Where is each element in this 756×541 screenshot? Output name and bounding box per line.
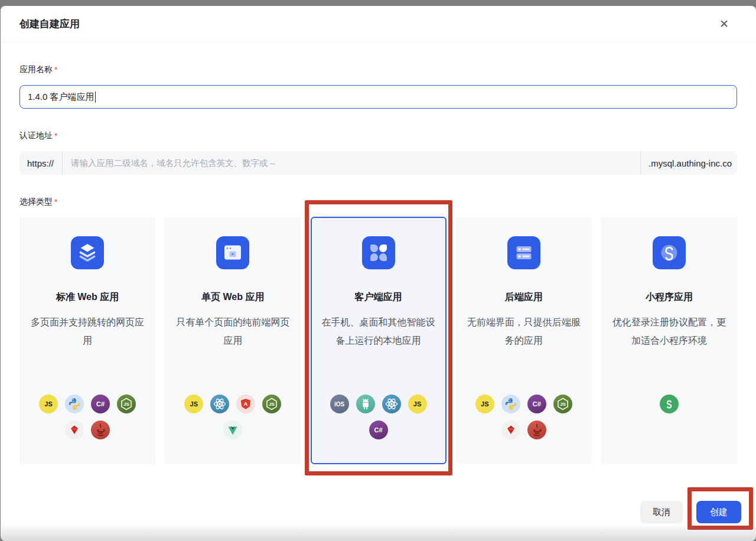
- cancel-button[interactable]: 取消: [640, 501, 683, 523]
- javascript-icon: JS: [408, 395, 427, 413]
- dialog-title: 创建自建应用: [19, 17, 80, 31]
- required-asterisk: *: [54, 65, 57, 74]
- wechat-miniprogram-icon: [660, 395, 679, 413]
- csharp-icon: C#: [91, 395, 110, 413]
- card-description: 多页面并支持跳转的网页应用: [27, 313, 148, 350]
- text-cursor: [95, 92, 96, 103]
- tech-icon-row: JS: [166, 395, 299, 439]
- java-icon: [91, 421, 110, 439]
- nodejs-icon: JS: [262, 395, 281, 413]
- card-title: 标准 Web 应用: [21, 291, 154, 304]
- svg-text:JS: JS: [560, 402, 566, 407]
- dialog-header: 创建自建应用 ✕: [1, 6, 756, 43]
- create-button[interactable]: 创建: [696, 501, 741, 523]
- tech-icon-row: [602, 395, 736, 413]
- create-button-wrap: 创建: [696, 501, 741, 523]
- close-icon[interactable]: ✕: [716, 16, 732, 32]
- url-protocol-prefix: https://: [19, 151, 62, 175]
- bottom-shadow: [1, 523, 756, 541]
- python-icon: [501, 395, 520, 413]
- card-description: 优化登录注册协议配置，更加适合小程序环境: [608, 313, 730, 350]
- auth-url-field: https:// .mysql.authing-inc.co: [19, 151, 737, 175]
- auth-url-label: 认证地址 *: [19, 131, 737, 141]
- app-type-card-spa-web[interactable]: 单页 Web 应用 只有单个页面的纯前端网页应用 JS: [165, 217, 301, 464]
- csharp-icon: C#: [527, 395, 546, 413]
- android-icon: [356, 395, 375, 413]
- app-type-card-standard-web[interactable]: 标准 Web 应用 多页面并支持跳转的网页应用 JS C# JS: [19, 217, 155, 464]
- auth-url-label-text: 认证地址: [19, 131, 53, 141]
- petal-shape: [379, 253, 387, 261]
- javascript-icon: JS: [475, 395, 494, 413]
- react-icon: [382, 395, 401, 413]
- svg-text:JS: JS: [123, 402, 129, 407]
- ruby-icon: [501, 421, 520, 439]
- csharp-icon: C#: [369, 421, 388, 439]
- app-name-input[interactable]: 1.4.0 客户端应用: [19, 85, 737, 109]
- layers-icon: [71, 236, 104, 269]
- server-icon: [507, 236, 540, 269]
- app-name-label: 应用名称 *: [19, 64, 737, 75]
- tech-icon-row: JS C# JS: [457, 395, 591, 439]
- card-description: 在手机、桌面和其他智能设备上运行的本地应用: [318, 313, 439, 350]
- angular-icon: A: [236, 395, 255, 413]
- app-name-label-text: 应用名称: [19, 64, 53, 75]
- java-icon: [527, 421, 546, 439]
- clover-icon: [362, 236, 395, 269]
- subdomain-input[interactable]: [63, 151, 640, 175]
- required-asterisk: *: [54, 197, 57, 207]
- url-domain-suffix: .mysql.authing-inc.co: [641, 151, 737, 175]
- app-type-label-text: 选择类型: [19, 197, 53, 207]
- card-description: 只有单个页面的纯前端网页应用: [172, 313, 294, 350]
- vue-icon: [223, 421, 242, 439]
- card-description: 无前端界面，只提供后端服务的应用: [463, 313, 585, 350]
- javascript-icon: JS: [184, 395, 203, 413]
- javascript-icon: JS: [39, 395, 58, 413]
- react-icon: [210, 395, 229, 413]
- create-app-dialog: 创建自建应用 ✕ 应用名称 * 1.4.0 客户端应用 认证地址 * https…: [1, 6, 756, 541]
- tech-icon-row: iOS: [312, 395, 445, 439]
- card-title: 客户端应用: [312, 291, 445, 304]
- app-type-card-client[interactable]: 客户端应用 在手机、桌面和其他智能设备上运行的本地应用 iOS: [311, 217, 447, 464]
- card-title: 小程序应用: [602, 291, 736, 304]
- dialog-body: 应用名称 * 1.4.0 客户端应用 认证地址 * https:// .mysq…: [1, 64, 756, 464]
- dialog-footer: 取消 创建: [640, 501, 741, 523]
- svg-text:JS: JS: [269, 402, 275, 407]
- petal-shape: [379, 245, 387, 252]
- nodejs-icon: JS: [553, 395, 572, 413]
- app-type-card-backend[interactable]: 后端应用 无前端界面，只提供后端服务的应用 JS C# JS: [456, 217, 592, 464]
- tech-icon-row: JS C# JS: [21, 395, 154, 439]
- app-type-card-miniprogram[interactable]: 小程序应用 优化登录注册协议配置，更加适合小程序环境: [601, 217, 737, 464]
- app-type-label: 选择类型 *: [19, 197, 737, 207]
- card-title: 后端应用: [457, 291, 591, 304]
- python-icon: [65, 395, 84, 413]
- browser-icon: [216, 236, 249, 269]
- svg-text:A: A: [244, 400, 248, 407]
- required-asterisk: *: [54, 131, 57, 141]
- miniprogram-icon: [653, 236, 686, 269]
- card-title: 单页 Web 应用: [166, 291, 299, 304]
- app-name-value: 1.4.0 客户端应用: [28, 92, 94, 103]
- ios-icon: iOS: [330, 395, 349, 413]
- petal-shape: [370, 253, 378, 261]
- app-type-card-list: 标准 Web 应用 多页面并支持跳转的网页应用 JS C# JS: [19, 217, 737, 464]
- ruby-icon: [65, 421, 84, 439]
- petal-shape: [370, 245, 378, 252]
- nodejs-icon: JS: [117, 395, 136, 413]
